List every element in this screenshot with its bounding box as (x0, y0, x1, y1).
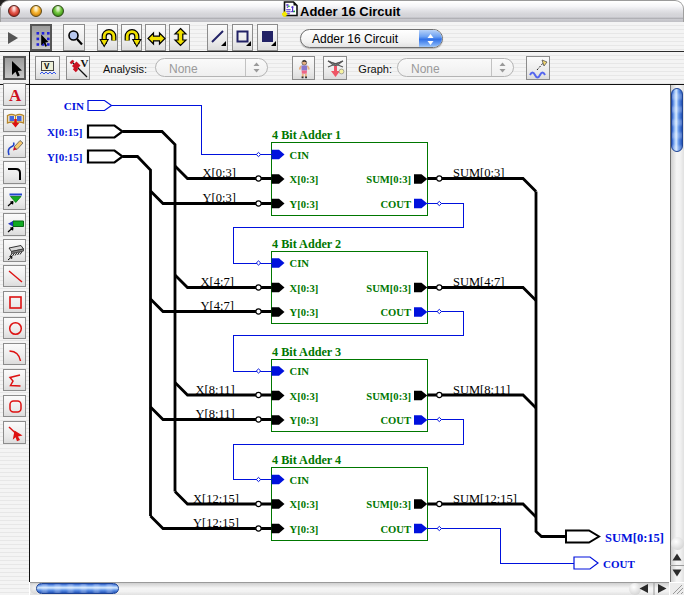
svg-text:X[0:3]: X[0:3] (203, 166, 236, 180)
svg-text:4 Bit Adder 1: 4 Bit Adder 1 (272, 128, 341, 142)
svg-text:CIN: CIN (290, 258, 310, 269)
svg-text:X[0:3]: X[0:3] (290, 283, 319, 294)
svg-text:SUM[4:7]: SUM[4:7] (453, 275, 504, 289)
svg-text:Y[0:3]: Y[0:3] (203, 191, 236, 205)
svg-text:X[8:11]: X[8:11] (196, 383, 235, 397)
svg-text:CIN: CIN (64, 100, 84, 112)
svg-text:V: V (44, 62, 50, 72)
svg-text:A: A (9, 86, 22, 105)
svg-text:SUM[12:15]: SUM[12:15] (453, 492, 517, 506)
svg-text:4 Bit Adder 2: 4 Bit Adder 2 (272, 237, 341, 251)
svg-text:CIN: CIN (290, 150, 310, 161)
svg-text:Y[0:15]: Y[0:15] (47, 151, 82, 163)
svg-text:SUM[0:3]: SUM[0:3] (366, 283, 411, 294)
svg-text:SUM[0:3]: SUM[0:3] (366, 174, 411, 185)
svg-text:Y[0:3]: Y[0:3] (290, 524, 319, 535)
svg-text:COUT: COUT (380, 415, 411, 426)
svg-text:Y[8:11]: Y[8:11] (196, 407, 235, 421)
svg-text:Y[0:3]: Y[0:3] (290, 307, 319, 318)
svg-text:COUT: COUT (380, 199, 411, 210)
svg-text:COUT: COUT (603, 558, 635, 570)
svg-text:X[0:3]: X[0:3] (290, 391, 319, 402)
svg-text:COUT: COUT (380, 524, 411, 535)
svg-text:Y[4:7]: Y[4:7] (201, 299, 234, 313)
svg-text:X[0:15]: X[0:15] (47, 126, 82, 138)
svg-text:Y[0:3]: Y[0:3] (290, 199, 319, 210)
svg-text:X[0:3]: X[0:3] (290, 174, 319, 185)
svg-text:SUM[0:3]: SUM[0:3] (453, 166, 504, 180)
svg-text:X[12:15]: X[12:15] (193, 492, 239, 506)
svg-text:4 Bit Adder 4: 4 Bit Adder 4 (272, 453, 341, 467)
svg-text:SUM[0:3]: SUM[0:3] (366, 499, 411, 510)
svg-text:SUM[0:15]: SUM[0:15] (605, 531, 664, 545)
svg-text:CIN: CIN (290, 366, 310, 377)
svg-text:X[4:7]: X[4:7] (201, 275, 234, 289)
svg-text:SUM[8:11]: SUM[8:11] (453, 383, 510, 397)
svg-text:COUT: COUT (380, 307, 411, 318)
svg-text:CIN: CIN (290, 475, 310, 486)
svg-text:X[0:3]: X[0:3] (290, 499, 319, 510)
svg-text:Y[0:3]: Y[0:3] (290, 415, 319, 426)
svg-text:SUM[0:3]: SUM[0:3] (366, 391, 411, 402)
svg-text:4 Bit Adder 3: 4 Bit Adder 3 (272, 345, 341, 359)
svg-text:Y[12:15]: Y[12:15] (193, 516, 239, 530)
